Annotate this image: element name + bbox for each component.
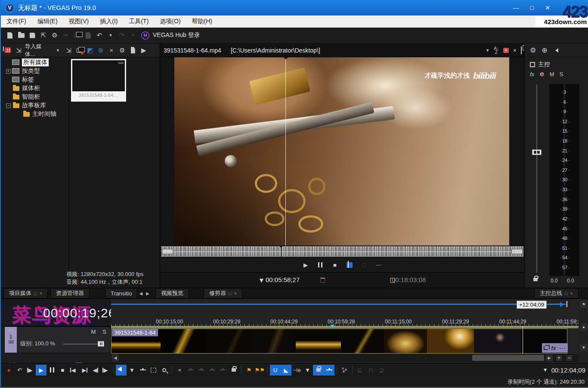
capture-video-icon[interactable] xyxy=(74,45,85,56)
tree-item-all-media[interactable]: 所有媒体 xyxy=(1,58,68,67)
timecode-display[interactable]: 菜鸟资源 00:00:19;26 xyxy=(1,299,111,326)
tab-explorer[interactable]: 资源管理器 xyxy=(50,288,90,298)
scroll-right-icon[interactable]: ▶ xyxy=(546,354,553,361)
slide-tool-icon[interactable] xyxy=(217,365,228,376)
cursor-position-timecode[interactable]: 00:12:04;09 xyxy=(551,366,585,374)
event-more-icon[interactable]: ⋯ xyxy=(559,344,566,352)
import-media-button[interactable]: 导入媒体... xyxy=(25,43,51,58)
timeline-area[interactable]: +12:04;09 00:10:15;00 00:10:29;29 00:10:… xyxy=(111,299,588,363)
tab-scroll-right-icon[interactable]: ▶ xyxy=(146,291,149,296)
tab-transitions[interactable]: Transitio xyxy=(105,288,137,298)
tree-item-main-timeline[interactable]: 主时间轴 xyxy=(1,110,68,118)
audio-device-icon[interactable] xyxy=(553,48,558,53)
slip-tool-icon[interactable] xyxy=(207,365,217,376)
event-fx-button[interactable]: fx xyxy=(551,345,556,351)
trimmer-more-icon[interactable]: ⋯ xyxy=(374,260,384,270)
prev-frame-icon[interactable]: ◀ xyxy=(90,365,100,376)
menu-edit[interactable]: 编辑(E) xyxy=(32,18,63,25)
zoom-out-button[interactable]: − xyxy=(566,354,573,361)
insert-region-icon[interactable]: ⚑⚑ xyxy=(254,365,265,376)
tree-item-media-bins[interactable]: 媒体柜 xyxy=(1,84,68,93)
next-frame-icon[interactable]: ▶ xyxy=(100,365,111,376)
timeline-ruler[interactable]: 00:10:15;00 00:10:29;29 00:10:44;29 00:1… xyxy=(111,318,588,326)
paste-icon[interactable] xyxy=(83,30,94,41)
clear-history-icon[interactable]: ✕ xyxy=(503,48,509,53)
vegas-hub-icon[interactable]: H xyxy=(141,31,149,40)
redo-dropdown-icon[interactable]: ▼ xyxy=(127,30,139,41)
video-clip-event[interactable] xyxy=(111,329,567,354)
scrollbar-thumb[interactable] xyxy=(472,355,544,361)
clear-selection-icon[interactable]: × xyxy=(174,365,185,376)
media-preview-stop-icon[interactable] xyxy=(149,45,160,56)
track-mute-button[interactable]: M xyxy=(91,329,96,335)
loop-playback-icon[interactable]: ↶ xyxy=(14,365,25,376)
tab-float-icon[interactable]: □ xyxy=(565,291,568,296)
marker-tool-icon[interactable]: ⚑ xyxy=(580,301,588,308)
scroll-left-icon[interactable]: ◀ xyxy=(112,354,119,361)
extract-audio-icon[interactable]: ◩ xyxy=(85,45,96,56)
project-media-list-icon[interactable] xyxy=(3,45,13,56)
media-thumbnail[interactable]: bilibili 391531548-1-64.... xyxy=(71,59,126,102)
color-curves-icon[interactable] xyxy=(339,365,350,376)
tab-master-bus[interactable]: 主控总线 □ × xyxy=(534,288,579,298)
waveform-end-handle[interactable] xyxy=(511,249,523,254)
get-media-web-icon[interactable]: ⊛ xyxy=(96,45,106,56)
lock-icon[interactable] xyxy=(533,278,538,281)
media-preview-play-icon[interactable]: ▶ xyxy=(138,45,149,56)
auto-ripple-icon[interactable]: ⊣e xyxy=(291,365,302,376)
record-button[interactable]: ● xyxy=(3,365,14,376)
trimmer-cursor-line[interactable] xyxy=(285,57,286,245)
go-to-end-icon[interactable]: ▶ xyxy=(79,365,90,376)
bus-track-icon[interactable]: ⊓ xyxy=(365,365,376,376)
trimmer-play-icon[interactable]: ▶ xyxy=(300,260,311,270)
close-button[interactable]: ✕ xyxy=(545,4,550,11)
track-scroll-down-icon[interactable]: ▼ xyxy=(580,344,588,351)
tab-close-icon[interactable]: × xyxy=(40,291,42,296)
trim-tool-icon[interactable] xyxy=(185,365,196,376)
undo-icon[interactable]: ↶ xyxy=(94,30,105,41)
track-scroll-up-icon[interactable]: ▲ xyxy=(580,323,588,331)
bus-gear-icon[interactable]: ⚙ xyxy=(539,71,545,78)
selection-marker-line[interactable] xyxy=(111,304,566,305)
mixer-properties-gear-icon[interactable]: ⚙ xyxy=(530,46,536,54)
expander-icon[interactable]: + xyxy=(6,69,11,74)
cut-icon[interactable]: ✂ xyxy=(60,30,71,41)
project-properties-gear-icon[interactable]: ⚙ xyxy=(49,30,60,41)
vegas-hub-login[interactable]: VEGAS Hub 登录 xyxy=(153,31,200,39)
tool-dropdown-icon[interactable]: ▼ xyxy=(127,365,137,376)
selection-start-icon[interactable] xyxy=(320,278,325,283)
zoom-in-button[interactable]: + xyxy=(555,354,563,361)
mixer-route-icon[interactable]: ⊑ xyxy=(355,365,365,376)
media-properties-gear-icon[interactable]: ⚙ xyxy=(117,45,127,56)
tree-item-smart-bins[interactable]: 智能柜 xyxy=(1,93,68,101)
trimmer-waveform[interactable] xyxy=(161,246,523,257)
bus-fx-button[interactable]: fx xyxy=(530,71,534,78)
track-level-slider[interactable] xyxy=(63,344,105,345)
history-dropdown-icon[interactable]: ▼ xyxy=(486,48,489,53)
tree-item-by-type[interactable]: + 按类型 xyxy=(1,67,68,75)
maximize-button[interactable]: □ xyxy=(530,4,534,11)
go-to-start-icon[interactable]: ◀ xyxy=(68,365,79,376)
tab-close-icon[interactable]: × xyxy=(234,291,237,296)
minimize-button[interactable]: — xyxy=(513,4,519,11)
ripple-dropdown-icon[interactable]: ▼ xyxy=(302,365,313,376)
menu-view[interactable]: 视图(V) xyxy=(63,18,95,25)
level-slider-handle[interactable] xyxy=(98,341,104,347)
sort-az-icon[interactable]: A↓Z xyxy=(494,47,499,54)
tree-item-storyboards[interactable]: − 故事板库 xyxy=(1,101,68,110)
tab-close-icon[interactable]: × xyxy=(570,291,573,296)
trimmer-close-icon[interactable]: × xyxy=(513,47,517,54)
open-project-icon[interactable] xyxy=(15,30,27,41)
video-track-header[interactable]: ⋯ 1 M S 级别: 100.0 % xyxy=(4,326,111,353)
tab-float-icon[interactable]: □ xyxy=(34,291,37,296)
swap-arrow-icon[interactable]: ⇲ xyxy=(63,45,74,56)
event-fx-controls[interactable]: fx ⋯ xyxy=(542,343,568,353)
auto-crossfade-icon[interactable]: ◣ xyxy=(281,365,291,376)
trimmer-video-frame[interactable]: 才疏学浅的才浅 bilibili xyxy=(174,57,509,245)
remove-media-icon[interactable]: × xyxy=(106,45,117,56)
tab-trimmer[interactable]: 修剪器 □ × xyxy=(204,288,242,298)
event-crop-icon[interactable] xyxy=(544,346,548,350)
tab-float-icon[interactable]: □ xyxy=(229,291,232,296)
menu-options[interactable]: 选项(O) xyxy=(154,18,186,25)
expander-icon[interactable]: − xyxy=(6,103,11,108)
